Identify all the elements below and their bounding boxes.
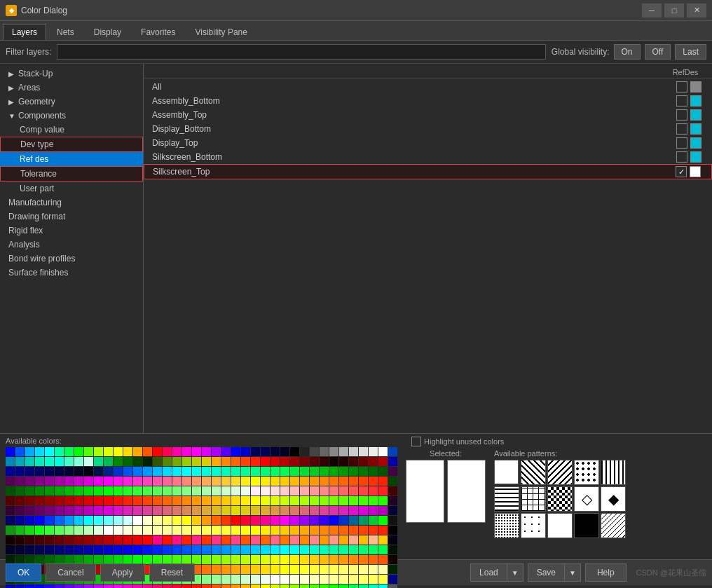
color-cell[interactable] [182,535,191,545]
color-cell[interactable] [359,565,368,574]
color-cell[interactable] [84,477,93,486]
color-cell[interactable] [378,535,388,545]
color-cell[interactable] [143,457,152,466]
color-cell[interactable] [271,477,280,486]
assembly-top-checkbox[interactable] [676,109,687,121]
color-cell[interactable] [6,486,15,495]
color-cell[interactable] [133,457,142,466]
color-cell[interactable] [271,565,280,574]
filter-input[interactable] [57,44,545,60]
all-checkbox[interactable] [676,81,687,93]
color-cell[interactable] [172,584,182,588]
color-cell[interactable] [212,575,221,584]
color-cell[interactable] [369,477,378,486]
color-cell[interactable] [172,545,182,554]
color-cell[interactable] [84,496,93,505]
color-cell[interactable] [359,447,368,456]
color-cell[interactable] [271,516,280,525]
color-cell[interactable] [271,447,280,456]
color-cell[interactable] [182,477,191,486]
color-cell[interactable] [153,526,162,535]
color-cell[interactable] [271,526,280,535]
color-cell[interactable] [153,516,162,525]
tab-nets[interactable]: Nets [48,24,83,40]
color-cell[interactable] [202,565,211,574]
color-cell[interactable] [310,535,319,545]
color-cell[interactable] [310,516,319,525]
color-cell[interactable] [64,457,74,466]
color-cell[interactable] [55,486,64,495]
color-cell[interactable] [143,447,152,456]
color-cell[interactable] [202,584,211,588]
layer-row-display-bottom[interactable]: Display_Bottom [144,122,712,136]
color-cell[interactable] [114,506,123,515]
color-cell[interactable] [349,496,358,505]
color-cell[interactable] [35,486,44,495]
selected-swatch-1[interactable] [406,460,444,523]
color-cell[interactable] [6,516,15,525]
color-cell[interactable] [163,467,172,476]
color-cell[interactable] [320,555,329,564]
tab-favorites[interactable]: Favorites [132,24,184,40]
color-cell[interactable] [55,447,64,456]
color-cell[interactable] [300,457,309,466]
color-cell[interactable] [290,506,299,515]
color-cell[interactable] [378,496,388,505]
color-cell[interactable] [15,447,25,456]
color-cell[interactable] [369,526,378,535]
color-cell[interactable] [35,506,44,515]
color-cell[interactable] [359,516,368,525]
color-cell[interactable] [64,447,74,456]
color-cell[interactable] [163,496,172,505]
color-cell[interactable] [280,584,289,588]
color-cell[interactable] [163,516,172,525]
color-cell[interactable] [25,584,34,588]
color-cell[interactable] [359,506,368,515]
color-cell[interactable] [349,467,358,476]
color-cell[interactable] [94,457,103,466]
color-cell[interactable] [202,477,211,486]
color-cell[interactable] [300,477,309,486]
color-cell[interactable] [104,526,113,535]
sidebar-item-bondwire[interactable]: Bond wire profiles [0,252,143,266]
color-cell[interactable] [261,535,270,545]
color-cell[interactable] [339,467,348,476]
color-cell[interactable] [55,545,64,554]
color-cell[interactable] [339,526,348,535]
color-cell[interactable] [221,486,231,495]
color-cell[interactable] [349,575,358,584]
color-cell[interactable] [280,447,289,456]
sidebar-item-userpart[interactable]: User part [0,182,143,196]
color-cell[interactable] [300,516,309,525]
close-button[interactable]: ✕ [687,4,706,18]
color-cell[interactable] [212,477,221,486]
sidebar-item-stackup[interactable]: Stack-Up [0,67,143,81]
color-cell[interactable] [329,477,338,486]
sidebar-item-drawingformat[interactable]: Drawing format [0,210,143,224]
color-cell[interactable] [300,496,309,505]
visibility-last-button[interactable]: Last [675,44,706,60]
color-cell[interactable] [290,457,299,466]
color-cell[interactable] [261,467,270,476]
color-cell[interactable] [25,486,34,495]
color-cell[interactable] [369,555,378,564]
color-cell[interactable] [192,506,201,515]
layer-row-assembly-top[interactable]: Assembly_Top [144,108,712,122]
color-cell[interactable] [378,545,388,554]
color-cell[interactable] [64,486,74,495]
color-cell[interactable] [143,545,152,554]
color-cell[interactable] [388,565,397,574]
color-cell[interactable] [15,545,25,554]
color-cell[interactable] [163,457,172,466]
color-cell[interactable] [310,447,319,456]
color-cell[interactable] [172,516,182,525]
color-cell[interactable] [74,545,83,554]
display-bottom-color[interactable] [690,123,701,135]
color-cell[interactable] [172,526,182,535]
color-cell[interactable] [182,506,191,515]
color-cell[interactable] [192,457,201,466]
color-cell[interactable] [378,575,388,584]
color-cell[interactable] [123,496,132,505]
color-cell[interactable] [104,535,113,545]
color-cell[interactable] [290,477,299,486]
